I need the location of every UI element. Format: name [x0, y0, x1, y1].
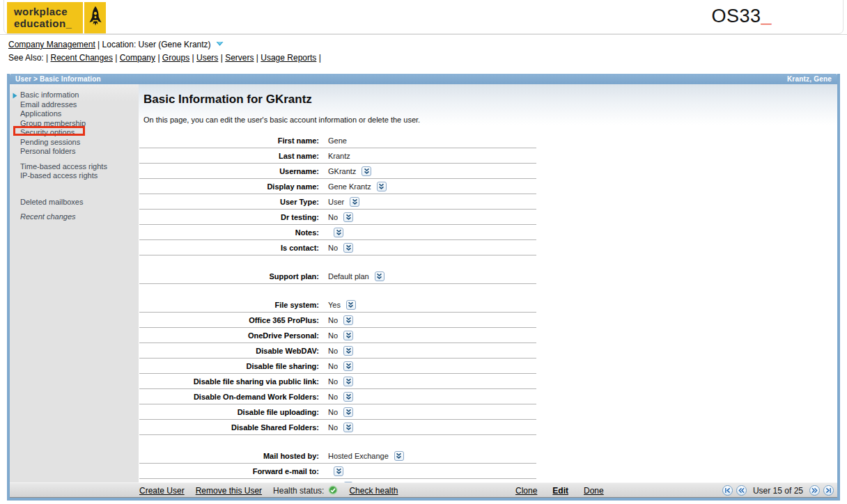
- workplace-education-logo[interactable]: workplace education_: [7, 2, 106, 33]
- field-value: User: [328, 198, 344, 206]
- field-label: Dr testing:: [139, 213, 319, 221]
- check-health-link[interactable]: Check health: [349, 486, 398, 496]
- sidebar-item-email-addresses[interactable]: Email addresses: [10, 100, 139, 110]
- sidebar-item-group-membership[interactable]: Group membership: [10, 119, 139, 129]
- company-management-link[interactable]: Company Management: [8, 40, 95, 49]
- user-pager: User 15 of 25: [722, 483, 834, 498]
- sidebar-group: Recent changes: [10, 212, 139, 222]
- breadcrumb-area: Company Management | Location: User (Gen…: [0, 35, 847, 74]
- field-dropdown-button[interactable]: [343, 315, 353, 325]
- see-also-link-recent-changes[interactable]: Recent Changes: [51, 53, 113, 63]
- form-row-is-contact: Is contact:No: [139, 240, 536, 255]
- field-dropdown-button[interactable]: [343, 407, 353, 417]
- section-title: User > Basic Information: [15, 75, 101, 83]
- sidebar-item-label: Pending sessions: [20, 138, 80, 146]
- see-also-link-company[interactable]: Company: [120, 53, 155, 63]
- form-row-disable-shared-folders: Disable Shared Folders:No: [139, 420, 536, 435]
- sidebar-item-time-based-access-rights[interactable]: Time-based access rights: [10, 162, 139, 172]
- field-dropdown-button[interactable]: [343, 392, 353, 402]
- next-user-button[interactable]: [809, 485, 820, 496]
- current-user-name: Krantz, Gene: [787, 75, 832, 83]
- field-dropdown-button[interactable]: [343, 377, 353, 386]
- field-dropdown-button[interactable]: [343, 331, 353, 340]
- sidebar-item-ip-based-access-rights[interactable]: IP-based access rights: [10, 171, 139, 181]
- rocket-icon: [83, 2, 106, 33]
- sidebar-item-label: Basic information: [20, 90, 79, 99]
- page-title: Basic Information for GKrantz: [143, 93, 837, 107]
- form-row-first-name: First name:Gene: [139, 133, 536, 148]
- field-value: No: [328, 347, 338, 355]
- field-dropdown-button[interactable]: [394, 451, 404, 461]
- field-label: Disable file sharing via public link:: [139, 377, 319, 386]
- form-row-disable-file-uploading: Disable file uploading:No: [139, 404, 536, 420]
- sidebar-item-label: Personal folders: [20, 147, 76, 155]
- os33-text: OS33: [711, 6, 761, 26]
- field-value: Krantz: [328, 152, 350, 160]
- sidebar-item-pending-sessions[interactable]: Pending sessions: [10, 138, 139, 148]
- clone-link[interactable]: Clone: [515, 486, 537, 496]
- form-row-user-type: User Type:User: [139, 194, 536, 210]
- breadcrumb-location: Location: User (Gene Krantz): [102, 40, 211, 49]
- form-row-username: Username:GKrantz: [139, 164, 536, 179]
- form-section-gap: [139, 255, 536, 269]
- edit-link[interactable]: Edit: [552, 486, 568, 496]
- field-value: No: [328, 244, 338, 252]
- os33-red-underscore: _: [761, 6, 772, 26]
- sidebar-item-security-options[interactable]: Security options: [10, 128, 139, 138]
- see-also-link-groups[interactable]: Groups: [162, 53, 189, 63]
- field-value: Yes: [328, 301, 341, 309]
- field-label: Office 365 ProPlus:: [139, 316, 319, 324]
- field-value: No: [328, 408, 338, 416]
- form-row-support-plan: Support plan:Default plan: [139, 269, 536, 284]
- form-row-disable-file-sharing: Disable file sharing:No: [139, 359, 536, 374]
- location-dropdown-icon[interactable]: [216, 40, 224, 49]
- sidebar-item-basic-information[interactable]: Basic information: [10, 90, 139, 100]
- previous-user-button[interactable]: [736, 485, 747, 496]
- field-dropdown-button[interactable]: [334, 466, 343, 476]
- section-titlebar: User > Basic Information Krantz, Gene: [10, 74, 837, 84]
- field-label: Is contact:: [139, 244, 319, 252]
- health-ok-icon: [328, 485, 338, 496]
- field-value: No: [328, 316, 338, 324]
- os33-logo: OS33_: [711, 6, 772, 27]
- field-dropdown-button[interactable]: [350, 197, 359, 207]
- see-also-link-usage-reports[interactable]: Usage Reports: [261, 53, 316, 63]
- field-dropdown-button[interactable]: [343, 346, 353, 356]
- field-dropdown-button[interactable]: [362, 166, 371, 176]
- field-value: Hosted Exchange: [328, 452, 389, 460]
- field-label: Disable file uploading:: [139, 408, 319, 416]
- sidebar-item-label: Applications: [20, 109, 61, 118]
- field-value: Gene: [328, 136, 347, 145]
- field-dropdown-button[interactable]: [343, 423, 353, 432]
- create-user-link[interactable]: Create User: [139, 486, 185, 496]
- sidebar-item-deleted-mailboxes[interactable]: Deleted mailboxes: [10, 198, 139, 207]
- field-label: Disable Shared Folders:: [139, 423, 319, 432]
- sidebar-item-recent-changes[interactable]: Recent changes: [10, 212, 139, 222]
- done-link[interactable]: Done: [584, 486, 604, 496]
- sidebar-item-applications[interactable]: Applications: [10, 109, 139, 119]
- last-user-button[interactable]: [823, 485, 834, 496]
- field-dropdown-button[interactable]: [343, 212, 353, 222]
- field-label: First name:: [139, 136, 319, 145]
- see-also-link-servers[interactable]: Servers: [225, 53, 254, 63]
- field-dropdown-button[interactable]: [375, 271, 384, 281]
- field-dropdown-button[interactable]: [346, 300, 356, 310]
- field-value: No: [328, 393, 338, 401]
- form-row-last-name: Last name:Krantz: [139, 148, 536, 164]
- form-row-office-365-proplus: Office 365 ProPlus:No: [139, 313, 536, 328]
- field-label: Last name:: [139, 152, 319, 160]
- sidebar-item-personal-folders[interactable]: Personal folders: [10, 147, 139, 157]
- field-dropdown-button[interactable]: [343, 243, 353, 253]
- remove-user-link[interactable]: Remove this User: [196, 486, 262, 496]
- field-dropdown-button[interactable]: [343, 361, 353, 371]
- main-content: Basic Information for GKrantz On this pa…: [139, 84, 837, 482]
- field-dropdown-button[interactable]: [377, 182, 387, 191]
- field-value: No: [328, 331, 338, 340]
- field-label: File system:: [139, 301, 319, 309]
- field-dropdown-button[interactable]: [334, 228, 343, 237]
- sidebar-item-label: Time-based access rights: [20, 162, 107, 171]
- sidebar-group: Basic informationEmail addressesApplicat…: [10, 90, 139, 157]
- see-also-link-users[interactable]: Users: [196, 53, 218, 63]
- first-user-button[interactable]: [722, 485, 733, 496]
- field-label: OneDrive Personal:: [139, 331, 319, 340]
